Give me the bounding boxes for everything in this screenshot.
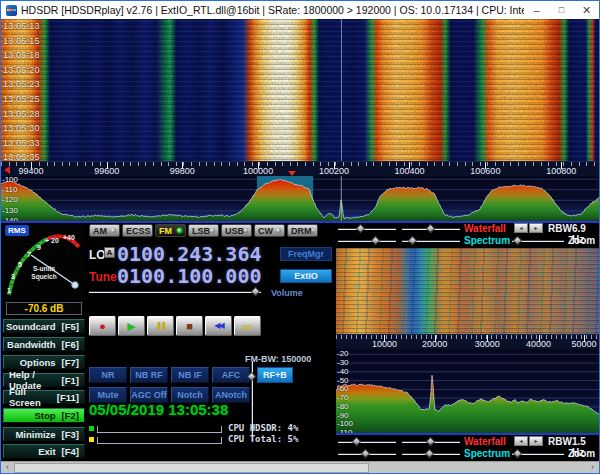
dsp-button-nb-if[interactable]: NB IF (171, 367, 209, 383)
waterfall-timestamp: 13:05:20 (3, 65, 40, 75)
dsp-button-nb-rf[interactable]: NB RF (130, 367, 168, 383)
scrollbar-thumb[interactable] (14, 463, 369, 473)
waterfall-timestamp: 13:05:13 (3, 21, 40, 31)
button-label: Minimize (15, 429, 55, 440)
s-meter[interactable]: RMS 13579+ 20+40 S-units Squelch (3, 223, 85, 299)
spectrum-label: Spectrum (464, 235, 510, 246)
rf-frequency-scale[interactable]: 9940099600998001000001002001004001006001… (1, 161, 599, 176)
spin-right-icon[interactable]: ► (529, 223, 543, 233)
record-icon: ● (99, 321, 106, 332)
left-button-stop[interactable]: Stop[F2] (3, 408, 85, 423)
dsp-button-nr[interactable]: NR (89, 367, 127, 383)
left-button-full-screen[interactable]: Full Screen[F11] (3, 390, 85, 404)
button-fkey: [F2] (62, 410, 79, 421)
left-button-exit[interactable]: Exit[F4] (3, 444, 85, 458)
mode-button-ecss[interactable]: ECSS (122, 224, 153, 237)
slider-thumb-icon[interactable] (426, 224, 436, 234)
loop-button[interactable]: ∞ (234, 316, 261, 336)
tick-label: 50000 (571, 339, 596, 349)
record-button[interactable]: ● (89, 316, 116, 336)
freqmgr-button[interactable]: FreqMgr (280, 247, 332, 261)
mode-button-drm[interactable]: DRM (287, 224, 318, 237)
left-button-help-update[interactable]: Help / Update[F1] (3, 373, 85, 387)
hdsdr-window: HDSDR [HDSDRplay] v2.76 | ExtIO_RTL.dll@… (0, 0, 600, 474)
tick-label: 99800 (170, 166, 195, 176)
waterfall-noise-texture (1, 19, 599, 161)
waterfall-timestamp: 13:05:30 (3, 123, 40, 133)
horizontal-scrollbar[interactable]: ‹ › (1, 461, 599, 473)
spin-left-icon[interactable]: ◄ (514, 436, 528, 446)
left-button-bandwidth[interactable]: Bandwidth[F6] (3, 337, 85, 351)
spin-left-icon[interactable]: ◄ (514, 223, 528, 233)
slider-thumb-icon[interactable] (356, 224, 366, 234)
slider-thumb-icon[interactable] (352, 437, 362, 447)
rf-b-button[interactable]: RF+B (257, 367, 293, 383)
left-button-soundcard[interactable]: Soundcard[F5] (3, 319, 85, 333)
left-button-minimize[interactable]: Minimize[F3] (3, 427, 85, 441)
volume-label: Volume (271, 288, 303, 298)
mode-button-fm[interactable]: FM (155, 224, 186, 237)
rewind-button[interactable]: ◀◀ (205, 316, 232, 336)
slider-groove (338, 441, 396, 443)
spin-right-icon[interactable]: ► (529, 436, 543, 446)
button-label: Stop (34, 410, 55, 421)
mode-button-usb[interactable]: USB (221, 224, 252, 237)
stop-icon: ■ (186, 321, 193, 332)
mode-button-cw[interactable]: CW (254, 224, 285, 237)
tick-label: 100800 (546, 166, 576, 176)
mode-label: USB (225, 226, 244, 236)
scroll-left-icon[interactable]: ‹ (1, 462, 14, 474)
db-scale-label: -110 (2, 186, 17, 194)
waterfall-label: Waterfall (464, 223, 506, 234)
mode-button-am[interactable]: AM (89, 224, 120, 237)
spectrum-gain-slider[interactable] (338, 236, 396, 246)
slider-thumb-icon[interactable] (513, 449, 523, 459)
spectrum-range-slider[interactable] (402, 236, 460, 246)
slider-thumb-icon[interactable] (425, 449, 435, 459)
slider-thumb-icon[interactable] (361, 449, 371, 459)
slider-thumb-icon[interactable] (408, 236, 418, 246)
s-meter-scale-label: 9 (37, 244, 41, 251)
pause-button[interactable]: ❚❚ (147, 316, 174, 336)
audio-spectrum-display[interactable]: -20-30-40-50-60-70-80-90-100-110 (336, 349, 599, 435)
scroll-right-icon[interactable]: › (586, 462, 599, 474)
tune-frequency-digits[interactable]: 0100.100.000 (117, 265, 267, 287)
cpu-meter-row: CPU HDSDR: 4% (89, 424, 298, 433)
waterfall-brightness-slider[interactable] (338, 224, 396, 234)
maximize-button[interactable]: □ (549, 1, 574, 19)
rms-badge: RMS (5, 225, 29, 236)
slider-thumb-icon[interactable] (426, 437, 436, 447)
stop-button[interactable]: ■ (176, 316, 203, 336)
spectrum-gain-slider[interactable] (338, 449, 396, 459)
waterfall-brightness-slider[interactable] (338, 437, 396, 447)
center-panel: AMECSSFMLSBUSBCWDRM LO A 0100.243.364 Fr… (87, 223, 336, 461)
rf-waterfall-display[interactable]: 13:05:1313:05:1513:05:1813:05:2013:05:23… (1, 19, 599, 161)
db-scale-label: -70 (337, 394, 349, 402)
cpu-meter-row: CPU Total: 5% (89, 435, 298, 444)
spectrum-range-slider[interactable] (402, 449, 460, 459)
extio-button[interactable]: ExtIO (280, 269, 332, 283)
mode-button-lsb[interactable]: LSB (188, 224, 219, 237)
s-meter-scale-label: + 20 (45, 237, 59, 244)
tick-label: 30000 (475, 339, 500, 349)
lo-frequency-digits[interactable]: 0100.243.364 (117, 243, 267, 265)
rf-spectrum-display[interactable]: -100-110-120-130-140 (1, 176, 599, 223)
volume-slider[interactable] (89, 287, 261, 297)
db-scale-label: -110 (337, 429, 352, 435)
dsp-button-afc[interactable]: AFC (212, 367, 250, 383)
waterfall-contrast-slider[interactable] (402, 437, 460, 447)
play-button[interactable]: ▶ (118, 316, 145, 336)
close-button[interactable]: ✕ (574, 1, 599, 19)
zoom-slider[interactable] (512, 236, 564, 246)
zoom-slider[interactable] (512, 449, 564, 459)
audio-waterfall-display[interactable] (336, 248, 599, 334)
slider-thumb-icon[interactable] (371, 236, 381, 246)
button-label: Bandwidth (7, 339, 56, 350)
left-button-options[interactable]: Options[F7] (3, 355, 85, 369)
minimize-button[interactable]: – (524, 1, 549, 19)
lo-a-button[interactable]: A (104, 247, 115, 258)
waterfall-contrast-slider[interactable] (402, 224, 460, 234)
slider-thumb-icon[interactable] (513, 236, 523, 246)
db-scale-label: -120 (2, 196, 18, 204)
audio-frequency-scale[interactable]: 1000020000300004000050000 (336, 334, 599, 349)
